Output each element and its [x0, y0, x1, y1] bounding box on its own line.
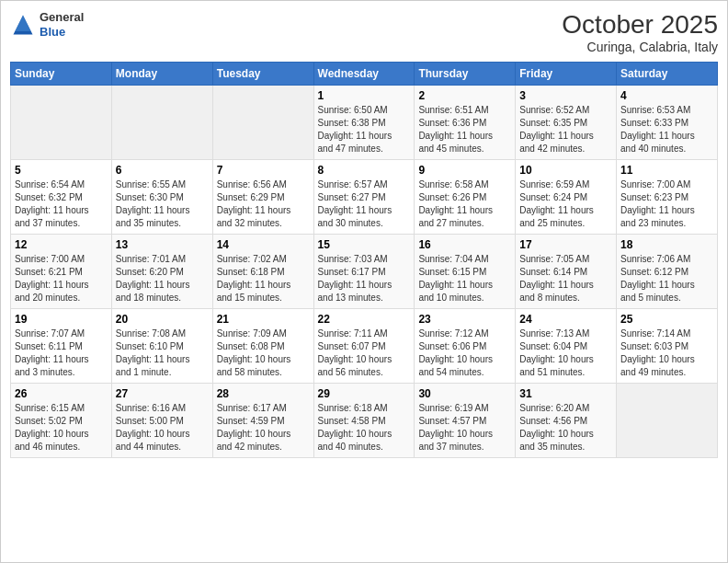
- day-info: Sunrise: 7:14 AMSunset: 6:03 PMDaylight:…: [620, 327, 713, 379]
- day-number: 21: [217, 313, 310, 326]
- day-info: Sunrise: 6:55 AMSunset: 6:30 PMDaylight:…: [116, 178, 209, 230]
- day-info: Sunrise: 7:11 AMSunset: 6:07 PMDaylight:…: [318, 327, 411, 379]
- calendar-title: October 2025: [562, 10, 718, 40]
- day-number: 4: [620, 89, 713, 102]
- calendar-cell: 3Sunrise: 6:52 AMSunset: 6:35 PMDaylight…: [516, 86, 617, 160]
- calendar-cell: 5Sunrise: 6:54 AMSunset: 6:32 PMDaylight…: [11, 160, 112, 235]
- day-number: 11: [620, 164, 713, 177]
- day-info: Sunrise: 7:05 AMSunset: 6:14 PMDaylight:…: [519, 253, 612, 304]
- calendar-cell: 15Sunrise: 7:03 AMSunset: 6:17 PMDayligh…: [313, 235, 415, 309]
- calendar-cell: 1Sunrise: 6:50 AMSunset: 6:38 PMDaylight…: [313, 86, 415, 160]
- calendar-subtitle: Curinga, Calabria, Italy: [562, 40, 718, 54]
- day-number: 10: [519, 164, 612, 177]
- calendar-cell: 26Sunrise: 6:15 AMSunset: 5:02 PMDayligh…: [11, 384, 112, 458]
- day-info: Sunrise: 6:56 AMSunset: 6:29 PMDaylight:…: [217, 178, 310, 230]
- day-info: Sunrise: 7:01 AMSunset: 6:20 PMDaylight:…: [116, 253, 209, 304]
- day-number: 8: [318, 164, 411, 177]
- day-number: 16: [418, 238, 511, 251]
- day-number: 7: [217, 164, 310, 177]
- calendar-week-3: 12Sunrise: 7:00 AMSunset: 6:21 PMDayligh…: [11, 235, 718, 309]
- calendar-cell: 4Sunrise: 6:53 AMSunset: 6:33 PMDaylight…: [617, 86, 718, 160]
- calendar-cell: [617, 384, 718, 458]
- calendar-cell: 10Sunrise: 6:59 AMSunset: 6:24 PMDayligh…: [516, 160, 617, 235]
- calendar-table: SundayMondayTuesdayWednesdayThursdayFrid…: [10, 62, 718, 458]
- day-info: Sunrise: 7:04 AMSunset: 6:15 PMDaylight:…: [418, 253, 511, 304]
- logo: General Blue: [10, 10, 84, 39]
- day-number: 22: [318, 313, 411, 326]
- calendar-cell: 27Sunrise: 6:16 AMSunset: 5:00 PMDayligh…: [111, 384, 212, 458]
- calendar-cell: 9Sunrise: 6:58 AMSunset: 6:26 PMDaylight…: [415, 160, 516, 235]
- calendar-cell: 18Sunrise: 7:06 AMSunset: 6:12 PMDayligh…: [617, 235, 718, 309]
- calendar-week-1: 1Sunrise: 6:50 AMSunset: 6:38 PMDaylight…: [11, 86, 718, 160]
- day-number: 15: [318, 238, 411, 251]
- day-info: Sunrise: 7:07 AMSunset: 6:11 PMDaylight:…: [15, 327, 108, 379]
- day-number: 14: [217, 238, 310, 251]
- calendar-cell: 7Sunrise: 6:56 AMSunset: 6:29 PMDaylight…: [212, 160, 313, 235]
- calendar-cell: 17Sunrise: 7:05 AMSunset: 6:14 PMDayligh…: [516, 235, 617, 309]
- calendar-cell: 23Sunrise: 7:12 AMSunset: 6:06 PMDayligh…: [415, 309, 516, 384]
- day-info: Sunrise: 7:08 AMSunset: 6:10 PMDaylight:…: [116, 327, 209, 379]
- calendar-cell: 25Sunrise: 7:14 AMSunset: 6:03 PMDayligh…: [617, 309, 718, 384]
- calendar-cell: 16Sunrise: 7:04 AMSunset: 6:15 PMDayligh…: [415, 235, 516, 309]
- calendar-cell: 20Sunrise: 7:08 AMSunset: 6:10 PMDayligh…: [111, 309, 212, 384]
- day-number: 2: [418, 89, 511, 102]
- calendar-cell: 22Sunrise: 7:11 AMSunset: 6:07 PMDayligh…: [313, 309, 415, 384]
- calendar-cell: 31Sunrise: 6:20 AMSunset: 4:56 PMDayligh…: [516, 384, 617, 458]
- weekday-header-saturday: Saturday: [617, 63, 718, 86]
- weekday-header-friday: Friday: [516, 63, 617, 86]
- calendar-cell: 24Sunrise: 7:13 AMSunset: 6:04 PMDayligh…: [516, 309, 617, 384]
- calendar-header-row: SundayMondayTuesdayWednesdayThursdayFrid…: [11, 63, 718, 86]
- day-info: Sunrise: 7:09 AMSunset: 6:08 PMDaylight:…: [217, 327, 310, 379]
- calendar-cell: [212, 86, 313, 160]
- day-info: Sunrise: 6:58 AMSunset: 6:26 PMDaylight:…: [418, 178, 511, 230]
- calendar-cell: 29Sunrise: 6:18 AMSunset: 4:58 PMDayligh…: [313, 384, 415, 458]
- day-number: 13: [116, 238, 209, 251]
- day-info: Sunrise: 6:57 AMSunset: 6:27 PMDaylight:…: [318, 178, 411, 230]
- day-number: 31: [519, 387, 612, 400]
- day-info: Sunrise: 6:54 AMSunset: 6:32 PMDaylight:…: [15, 178, 108, 230]
- day-info: Sunrise: 7:06 AMSunset: 6:12 PMDaylight:…: [620, 253, 713, 304]
- logo-text: General Blue: [40, 10, 84, 39]
- day-info: Sunrise: 6:59 AMSunset: 6:24 PMDaylight:…: [519, 178, 612, 230]
- day-info: Sunrise: 6:53 AMSunset: 6:33 PMDaylight:…: [620, 104, 713, 155]
- day-number: 17: [519, 238, 612, 251]
- calendar-week-5: 26Sunrise: 6:15 AMSunset: 5:02 PMDayligh…: [11, 384, 718, 458]
- weekday-header-tuesday: Tuesday: [212, 63, 313, 86]
- calendar-cell: 13Sunrise: 7:01 AMSunset: 6:20 PMDayligh…: [111, 235, 212, 309]
- calendar-week-4: 19Sunrise: 7:07 AMSunset: 6:11 PMDayligh…: [11, 309, 718, 384]
- day-info: Sunrise: 6:50 AMSunset: 6:38 PMDaylight:…: [318, 104, 411, 155]
- day-info: Sunrise: 6:20 AMSunset: 4:56 PMDaylight:…: [519, 402, 612, 454]
- day-number: 25: [620, 313, 713, 326]
- day-number: 26: [15, 387, 108, 400]
- day-info: Sunrise: 7:03 AMSunset: 6:17 PMDaylight:…: [318, 253, 411, 304]
- day-number: 24: [519, 313, 612, 326]
- calendar-cell: [11, 86, 112, 160]
- page: General Blue October 2025 Curinga, Calab…: [0, 0, 728, 563]
- day-info: Sunrise: 7:13 AMSunset: 6:04 PMDaylight:…: [519, 327, 612, 379]
- logo-general: General: [40, 10, 84, 25]
- day-number: 28: [217, 387, 310, 400]
- logo-icon: [10, 12, 36, 38]
- header: General Blue October 2025 Curinga, Calab…: [10, 10, 718, 54]
- day-number: 30: [418, 387, 511, 400]
- day-info: Sunrise: 6:51 AMSunset: 6:36 PMDaylight:…: [418, 104, 511, 155]
- day-number: 1: [318, 89, 411, 102]
- day-number: 29: [318, 387, 411, 400]
- calendar-cell: [111, 86, 212, 160]
- calendar-cell: 30Sunrise: 6:19 AMSunset: 4:57 PMDayligh…: [415, 384, 516, 458]
- calendar-cell: 12Sunrise: 7:00 AMSunset: 6:21 PMDayligh…: [11, 235, 112, 309]
- calendar-cell: 11Sunrise: 7:00 AMSunset: 6:23 PMDayligh…: [617, 160, 718, 235]
- day-number: 9: [418, 164, 511, 177]
- day-number: 27: [116, 387, 209, 400]
- calendar-cell: 21Sunrise: 7:09 AMSunset: 6:08 PMDayligh…: [212, 309, 313, 384]
- calendar-cell: 28Sunrise: 6:17 AMSunset: 4:59 PMDayligh…: [212, 384, 313, 458]
- day-number: 3: [519, 89, 612, 102]
- day-number: 6: [116, 164, 209, 177]
- day-info: Sunrise: 6:17 AMSunset: 4:59 PMDaylight:…: [217, 402, 310, 454]
- weekday-header-monday: Monday: [111, 63, 212, 86]
- calendar-cell: 14Sunrise: 7:02 AMSunset: 6:18 PMDayligh…: [212, 235, 313, 309]
- day-info: Sunrise: 6:16 AMSunset: 5:00 PMDaylight:…: [116, 402, 209, 454]
- title-block: October 2025 Curinga, Calabria, Italy: [562, 10, 718, 54]
- calendar-cell: 19Sunrise: 7:07 AMSunset: 6:11 PMDayligh…: [11, 309, 112, 384]
- day-number: 20: [116, 313, 209, 326]
